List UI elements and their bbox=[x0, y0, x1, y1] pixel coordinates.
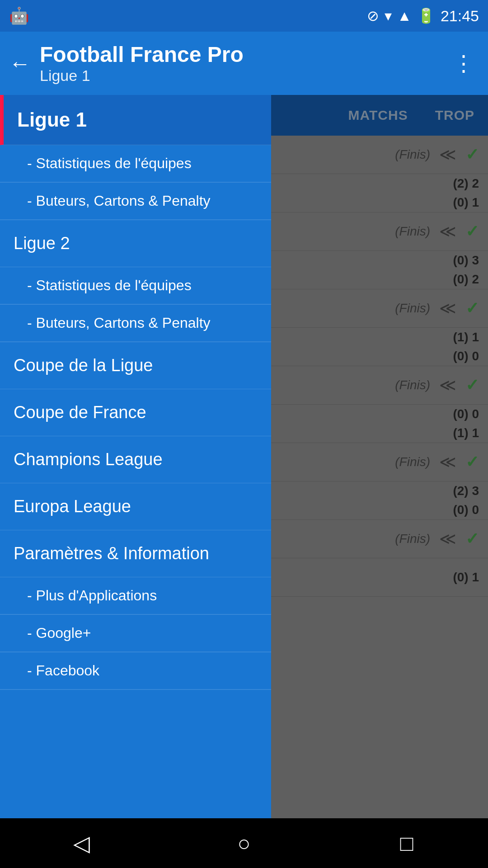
wifi-icon: ▾ bbox=[385, 7, 392, 24]
drawer-item-europa-league[interactable]: Europa League bbox=[0, 483, 271, 530]
drawer-item-ligue2-stats[interactable]: - Statistiques de l'équipes bbox=[0, 267, 271, 305]
drawer-item-champions-league[interactable]: Champions League bbox=[0, 436, 271, 483]
back-nav-button[interactable]: ◁ bbox=[63, 825, 99, 861]
drawer-overlay[interactable] bbox=[271, 95, 488, 818]
drawer-item-coupe-france-label: Coupe de France bbox=[14, 403, 146, 422]
drawer-item-parametres-label: Paramètres & Information bbox=[14, 544, 209, 563]
drawer-item-ligue2[interactable]: Ligue 2 bbox=[0, 220, 271, 267]
app-bar-titles: Football France Pro Ligue 1 bbox=[40, 42, 448, 85]
recent-nav-button[interactable]: □ bbox=[389, 825, 425, 861]
drawer-item-ligue1-stats[interactable]: - Statistiques de l'équipes bbox=[0, 145, 271, 183]
drawer-item-ligue1-label: Ligue 1 bbox=[17, 108, 87, 131]
overflow-menu-button[interactable]: ⋮ bbox=[448, 46, 479, 80]
drawer-item-ligue1-main[interactable]: Ligue 1 bbox=[4, 95, 271, 145]
drawer-item-ligue1-stats-sub[interactable]: - Statistiques de l'équipes bbox=[0, 145, 271, 182]
signal-icon: ▲ bbox=[397, 8, 412, 24]
status-time: 21:45 bbox=[441, 7, 479, 25]
drawer-item-facebook-label: - Facebook bbox=[27, 662, 99, 679]
drawer-item-coupe-ligue[interactable]: Coupe de la Ligue bbox=[0, 342, 271, 389]
drawer-item-ligue1-buteurs-sub[interactable]: - Buteurs, Cartons & Penalty bbox=[0, 183, 271, 220]
battery-icon: 🔋 bbox=[417, 7, 435, 24]
status-bar-right: ⊘ ▾ ▲ 🔋 21:45 bbox=[367, 7, 479, 25]
drawer-item-facebook[interactable]: - Facebook bbox=[0, 652, 271, 690]
app-title: Football France Pro bbox=[40, 42, 448, 67]
drawer-item-plus-apps-sub[interactable]: - Plus d'Applications bbox=[0, 577, 271, 614]
drawer-item-europa-league-label: Europa League bbox=[14, 497, 131, 516]
drawer-item-coupe-ligue-main[interactable]: Coupe de la Ligue bbox=[0, 342, 271, 389]
drawer-item-ligue1-buteurs[interactable]: - Buteurs, Cartons & Penalty bbox=[0, 183, 271, 220]
android-icon: 🤖 bbox=[9, 6, 29, 25]
drawer-item-ligue2-main[interactable]: Ligue 2 bbox=[0, 220, 271, 267]
drawer-item-coupe-france[interactable]: Coupe de France bbox=[0, 389, 271, 436]
drawer-item-google[interactable]: - Google+ bbox=[0, 615, 271, 652]
drawer-item-coupe-ligue-label: Coupe de la Ligue bbox=[14, 356, 153, 375]
drawer-item-google-label: - Google+ bbox=[27, 625, 91, 641]
home-nav-button[interactable]: ○ bbox=[226, 825, 262, 861]
drawer-item-ligue2-buteurs-sub[interactable]: - Buteurs, Cartons & Penalty bbox=[0, 305, 271, 342]
status-bar-left: 🤖 bbox=[9, 6, 33, 25]
drawer-item-ligue2-buteurs-label: - Buteurs, Cartons & Penalty bbox=[27, 315, 211, 331]
bottom-nav: ◁ ○ □ bbox=[0, 818, 488, 868]
drawer-item-ligue2-stats-sub[interactable]: - Statistiques de l'équipes bbox=[0, 267, 271, 304]
status-bar: 🤖 ⊘ ▾ ▲ 🔋 21:45 bbox=[0, 0, 488, 32]
drawer-item-europa-league-main[interactable]: Europa League bbox=[0, 483, 271, 530]
drawer-item-ligue2-label: Ligue 2 bbox=[14, 234, 70, 253]
drawer-item-ligue2-buteurs[interactable]: - Buteurs, Cartons & Penalty bbox=[0, 305, 271, 342]
drawer-item-ligue2-stats-label: - Statistiques de l'équipes bbox=[27, 277, 192, 293]
app-subtitle: Ligue 1 bbox=[40, 67, 448, 85]
drawer-item-google-sub[interactable]: - Google+ bbox=[0, 615, 271, 652]
drawer-item-coupe-france-main[interactable]: Coupe de France bbox=[0, 389, 271, 436]
navigation-drawer: Ligue 1 - Statistiques de l'équipes - Bu… bbox=[0, 95, 271, 818]
drawer-item-facebook-sub[interactable]: - Facebook bbox=[0, 652, 271, 689]
drawer-item-parametres[interactable]: Paramètres & Information bbox=[0, 530, 271, 577]
back-button[interactable]: ← bbox=[9, 51, 31, 76]
main-content: MATCHS TROP (Finis) ≪ ✓ (2) 2 (0) 1 (Fin… bbox=[0, 95, 488, 818]
no-signal-icon: ⊘ bbox=[367, 7, 379, 24]
drawer-item-plus-apps[interactable]: - Plus d'Applications bbox=[0, 577, 271, 615]
app-bar: ← Football France Pro Ligue 1 ⋮ bbox=[0, 32, 488, 95]
drawer-item-ligue1-stats-label: - Statistiques de l'équipes bbox=[27, 155, 192, 171]
drawer-item-champions-league-main[interactable]: Champions League bbox=[0, 436, 271, 483]
drawer-item-plus-apps-label: - Plus d'Applications bbox=[27, 587, 157, 604]
drawer-item-ligue1-buteurs-label: - Buteurs, Cartons & Penalty bbox=[27, 193, 211, 209]
drawer-item-champions-league-label: Champions League bbox=[14, 450, 163, 469]
drawer-item-parametres-main[interactable]: Paramètres & Information bbox=[0, 530, 271, 577]
drawer-item-ligue1[interactable]: Ligue 1 bbox=[0, 95, 271, 145]
